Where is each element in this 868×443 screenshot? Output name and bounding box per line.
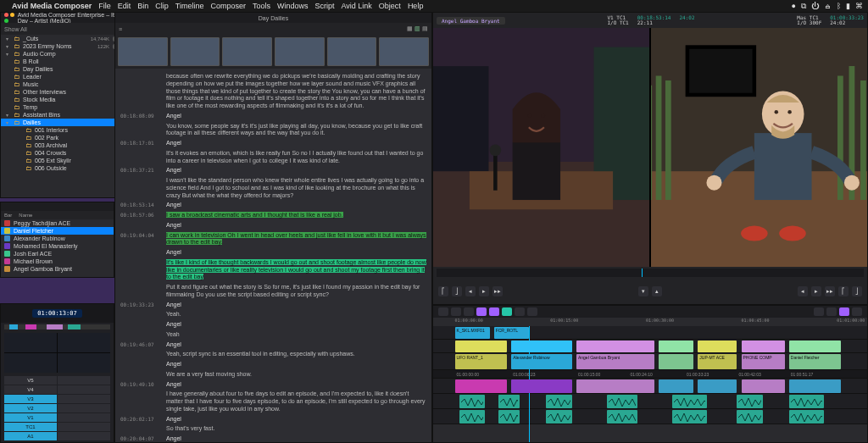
people-row[interactable]: Alexander Rubinow (1, 235, 114, 242)
splice-button[interactable]: ▴ (652, 286, 662, 296)
timeline-audio-clip[interactable] (672, 410, 707, 424)
menu-bin[interactable]: Bin (137, 2, 148, 10)
transcript-line[interactable]: because often we rewrite everything we d… (120, 73, 426, 110)
transcript-line[interactable]: Yeah. (120, 311, 426, 318)
timeline-clip[interactable] (455, 341, 507, 352)
menu-script[interactable]: Script (314, 2, 334, 10)
people-row[interactable]: Michael Brown (1, 257, 114, 265)
source-clip-name[interactable]: Angel Gamboa Bryant (437, 17, 505, 25)
people-row[interactable]: Angel Gamboa Bryant (1, 265, 114, 273)
play-button[interactable]: ▸ (479, 286, 489, 296)
transcript-body[interactable]: because often we rewrite everything we d… (115, 69, 431, 442)
timeline-audio-clip[interactable] (459, 395, 486, 408)
menu-file[interactable]: File (98, 2, 111, 10)
menu-windows[interactable]: Windows (277, 2, 309, 10)
clip-thumb[interactable] (222, 37, 272, 66)
transcript-line[interactable]: You know, some people say it's it's just… (120, 123, 426, 138)
timeline-clip[interactable] (659, 354, 693, 369)
people-row[interactable]: Josh Earl ACE (1, 250, 114, 257)
mini-monitor-grid[interactable] (4, 333, 110, 373)
status-icon[interactable]: ⧉ (801, 2, 806, 11)
rec-play-button[interactable]: ▸ (811, 286, 821, 296)
overwrite-button[interactable]: ▾ (638, 286, 648, 296)
timeline-clip[interactable] (698, 341, 737, 352)
track-button[interactable]: V4 (4, 385, 57, 394)
wifi-icon[interactable]: 🜁 (824, 2, 832, 11)
tl-tool[interactable] (814, 307, 824, 316)
view-script-icon[interactable]: ▤ (422, 25, 428, 32)
timeline-audio-clip[interactable] (498, 410, 520, 424)
transcript-line[interactable]: 00:18:53:14Angel (120, 202, 426, 209)
view-frame-icon[interactable]: ▥ (415, 25, 420, 32)
transcript-line[interactable]: Angel (120, 249, 426, 257)
col-bar[interactable]: Bar (4, 213, 12, 218)
menu-composer[interactable]: Composer (210, 2, 246, 10)
timeline-audio-clip[interactable] (459, 410, 486, 424)
rec-mark-out-button[interactable]: ⎦ (852, 286, 862, 296)
tl-tool[interactable] (464, 307, 474, 316)
people-row[interactable]: Daniel Fletcher (1, 227, 114, 235)
transcript-line[interactable]: 00:20:04:07Angel (120, 435, 426, 442)
people-title-bar[interactable] (1, 202, 114, 211)
timeline-audio-clip[interactable] (607, 395, 637, 408)
clip-thumb[interactable] (275, 37, 325, 66)
track-button[interactable]: V5 (4, 376, 57, 385)
people-list[interactable]: Peggy Tachdjian ACEDaniel FletcherAlexan… (1, 219, 114, 273)
timeline-audio-clip[interactable] (737, 410, 763, 424)
timeline-clip[interactable] (789, 341, 841, 352)
clip-thumb[interactable] (118, 37, 168, 66)
transcript-line[interactable]: I have generally about four to five days… (120, 390, 426, 413)
menu-object[interactable]: Object (379, 2, 401, 10)
mark-out-button[interactable]: ⎦ (452, 286, 462, 296)
track-button-b[interactable] (58, 413, 110, 422)
timeline-tracks[interactable]: K_SKL.MXF01FCR_ROTLUFO RANT_1Alexander R… (433, 326, 867, 442)
transcript-line[interactable]: Angel (120, 361, 426, 368)
tl-tool[interactable] (515, 307, 525, 316)
menu-tools[interactable]: Tools (253, 2, 270, 10)
track-button-b[interactable] (58, 404, 110, 413)
step-back-button[interactable]: ◂ (465, 286, 476, 296)
transcript-line[interactable]: 00:18:17:01Angel (120, 140, 426, 147)
timeline-clip[interactable] (742, 379, 785, 393)
timeline-clip[interactable]: JUP-MT ACE (698, 354, 737, 369)
control-center-icon[interactable]: ⌘ (855, 2, 863, 11)
timeline-audio-clip[interactable] (546, 395, 572, 408)
tl-tool-active[interactable] (502, 307, 512, 316)
tl-tool-active[interactable] (489, 307, 499, 316)
clip-thumb[interactable] (379, 37, 429, 66)
source-monitor[interactable] (433, 28, 649, 267)
track-button-b[interactable] (58, 385, 110, 394)
menu-avidlink[interactable]: Avid Link (342, 2, 372, 10)
timeline-clip[interactable] (511, 379, 572, 393)
transcript-line[interactable]: It's like I kind of like thought backwar… (120, 259, 426, 281)
track-selector[interactable]: V5V4V3V2V1TC1A1 (1, 374, 114, 442)
transcript-line[interactable]: Angel (120, 321, 426, 329)
battery-icon[interactable]: ▮ (846, 2, 850, 11)
transcript-line[interactable]: So that's very fast. (120, 425, 426, 433)
timeline-clip[interactable] (455, 379, 507, 393)
tl-tool[interactable] (527, 307, 537, 316)
timeline-ruler[interactable]: 01:00:00:0001:00:15:0001:00:30:0001:00:4… (433, 318, 867, 326)
tl-tool-active[interactable] (476, 307, 487, 316)
track-button[interactable]: V2 (4, 404, 57, 413)
view-list-icon[interactable]: ≡ (119, 26, 122, 32)
mark-in-button[interactable]: ⎡ (438, 286, 448, 296)
menu-timeline[interactable]: Timeline (175, 2, 204, 10)
timeline-clip[interactable] (789, 379, 841, 393)
timeline-clip[interactable] (576, 341, 654, 352)
timeline-clip[interactable]: Alexander Rubinow (511, 354, 572, 369)
transcript-line[interactable]: 00:19:33:23Angel (120, 302, 426, 309)
view-grid-icon[interactable]: ▦ (407, 25, 413, 32)
people-row[interactable]: Mohamed El Manasterly (1, 242, 114, 250)
timeline-audio-clip[interactable] (498, 395, 520, 408)
menu-edit[interactable]: Edit (118, 2, 131, 10)
timeline-audio-clip[interactable] (789, 410, 824, 424)
track-button[interactable]: TC1 (4, 423, 57, 431)
transcript-line[interactable]: 00:18:08:09Angel (120, 113, 426, 120)
rec-step-fwd-button[interactable]: ▸▸ (825, 286, 835, 296)
transcript-line[interactable]: Angel (120, 222, 426, 230)
status-tray[interactable]: ● ⧉ ⏻ 🜁 ᛒ ▮ ⌘ (792, 2, 863, 11)
transcript-line[interactable]: It's it evokes an emotion, which is like… (120, 150, 426, 165)
transcript-line[interactable]: I wasn't like the standard person who kn… (120, 177, 426, 199)
track-button-b[interactable] (58, 432, 110, 440)
